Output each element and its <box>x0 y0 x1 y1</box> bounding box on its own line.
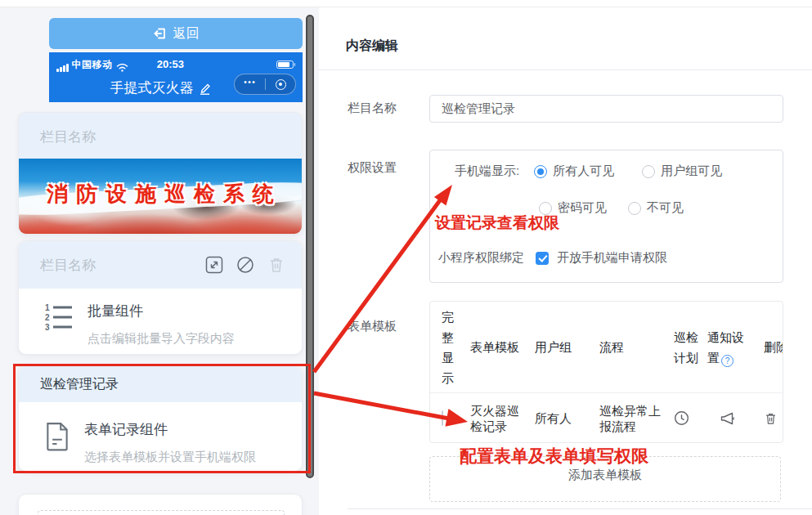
col-notify-settings: 通知设置? <box>707 327 755 368</box>
col-inspection-plan: 巡检计划 <box>674 327 698 368</box>
form-template-table: 完整显示 表单模板 用户组 流程 巡检计划 通知设置? 删除 灭火器巡检记录 所… <box>429 301 783 443</box>
top-divider <box>0 7 812 7</box>
page-title: 手提式灭火器 <box>110 78 194 97</box>
mini-program-navbar: 手提式灭火器 ••• <box>49 74 303 102</box>
permission-label: 权限设置 <box>348 160 397 176</box>
open-apply-permission-checkbox[interactable] <box>536 252 549 265</box>
record-component-title: 表单记录组件 <box>84 420 256 439</box>
radio-usergroup-visible[interactable] <box>642 165 655 178</box>
svg-text:3: 3 <box>45 323 50 331</box>
carrier-label: 中国移动 <box>72 58 113 72</box>
content-editor-panel: 内容编辑 栏目名称 权限设置 手机端显示: 所有人可见 用户组可见 密码可见 不… <box>319 7 812 515</box>
col-user-group: 用户组 <box>535 337 590 357</box>
batch-component-hint: 点击编辑批量导入字段内容 <box>87 331 235 347</box>
column-name-placeholder: 栏目名称 <box>40 256 96 275</box>
table-row: 灭火器巡检记录 所有人 巡检异常上报流程 <box>430 393 783 443</box>
back-button[interactable]: 返回 <box>49 18 303 49</box>
trash-row-icon[interactable] <box>764 411 778 426</box>
edit-pencil-icon[interactable] <box>199 82 211 95</box>
miniprogram-binding-label: 小程序权限绑定 <box>438 250 524 266</box>
banner-card[interactable]: 栏目名称 消防设施巡检系统 <box>18 112 303 235</box>
col-flow: 流程 <box>599 337 665 357</box>
svg-text:1: 1 <box>45 303 50 312</box>
trash-icon[interactable] <box>267 256 285 274</box>
radio-invisible[interactable] <box>628 202 641 215</box>
next-component-card[interactable] <box>18 494 303 515</box>
row-checkbox[interactable] <box>442 410 443 426</box>
battery-icon <box>276 60 296 69</box>
table-header-row: 完整显示 表单模板 用户组 流程 巡检计划 通知设置? 删除 <box>430 302 783 393</box>
form-template-label: 表单模板 <box>348 319 397 334</box>
status-bar: 中国移动 20:53 <box>49 52 303 74</box>
record-component-hint: 选择表单模板并设置手机端权限 <box>84 450 256 465</box>
add-template-label: 添加表单模板 <box>568 468 642 483</box>
empty-slot <box>38 510 285 515</box>
megaphone-notify-icon[interactable] <box>719 411 736 426</box>
bottom-divider <box>348 508 812 509</box>
col-delete: 删除 <box>764 337 783 357</box>
row-flow: 巡检异常上报流程 <box>599 403 665 434</box>
page: 返回 中国移动 20:53 手提式灭火器 ••• <box>0 0 812 515</box>
radio-everyone-visible[interactable] <box>534 165 547 178</box>
resize-icon[interactable] <box>205 256 223 274</box>
col-full-display: 完整显示 <box>442 307 461 388</box>
section-divider <box>319 69 812 70</box>
signal-icon <box>56 64 69 72</box>
clock-time: 20:53 <box>157 58 184 70</box>
document-icon <box>44 422 70 451</box>
record-component-card[interactable]: 巡检管理记录 表单记录组件 选择表单模板并设置手机端权限 <box>18 365 303 472</box>
column-name-label: 栏目名称 <box>348 101 397 116</box>
batch-component-card[interactable]: 栏目名称 123 批量组件 点击编辑批量导入字段内容 <box>18 240 303 355</box>
back-button-label: 返回 <box>173 25 200 43</box>
radio-password-visible[interactable] <box>539 202 552 215</box>
permission-box: 手机端显示: 所有人可见 用户组可见 密码可见 不可见 小程序权限绑定 开放手机… <box>429 150 783 283</box>
disable-icon[interactable] <box>236 256 254 274</box>
editor-title: 内容编辑 <box>346 38 398 55</box>
batch-component-title: 批量组件 <box>87 302 235 320</box>
scrollbar-thumb[interactable] <box>306 15 314 478</box>
clock-schedule-icon[interactable] <box>674 410 689 426</box>
row-user-group: 所有人 <box>535 410 590 426</box>
mobile-display-label: 手机端显示: <box>455 163 519 179</box>
open-apply-permission-label[interactable]: 开放手机端申请权限 <box>557 250 667 266</box>
column-name-input[interactable] <box>429 95 783 123</box>
banner-title: 消防设施巡检系统 <box>19 180 302 208</box>
row-template-name: 灭火器巡检记录 <box>470 403 526 434</box>
more-icon[interactable]: ••• <box>244 78 256 90</box>
column-name-placeholder: 栏目名称 <box>40 128 96 146</box>
add-template-button[interactable]: 添加表单模板 <box>429 456 781 502</box>
help-icon[interactable]: ? <box>721 355 733 367</box>
radio-usergroup-label[interactable]: 用户组可见 <box>661 163 722 179</box>
phone-preview-panel: 返回 中国移动 20:53 手提式灭火器 ••• <box>0 7 319 515</box>
col-form-template: 表单模板 <box>470 337 526 357</box>
back-icon <box>153 27 167 40</box>
banner-image: 消防设施巡检系统 <box>19 159 302 234</box>
svg-text:2: 2 <box>45 313 50 322</box>
numbered-list-icon: 123 <box>44 303 74 331</box>
radio-everyone-label[interactable]: 所有人可见 <box>553 163 614 179</box>
close-target-icon[interactable] <box>276 79 286 90</box>
phone-header: 中国移动 20:53 手提式灭火器 ••• <box>49 52 303 102</box>
radio-password-label[interactable]: 密码可见 <box>558 200 607 216</box>
wifi-icon <box>116 63 128 72</box>
record-card-title: 巡检管理记录 <box>40 376 119 393</box>
capsule-buttons: ••• <box>234 74 296 95</box>
radio-invisible-label[interactable]: 不可见 <box>647 200 684 216</box>
